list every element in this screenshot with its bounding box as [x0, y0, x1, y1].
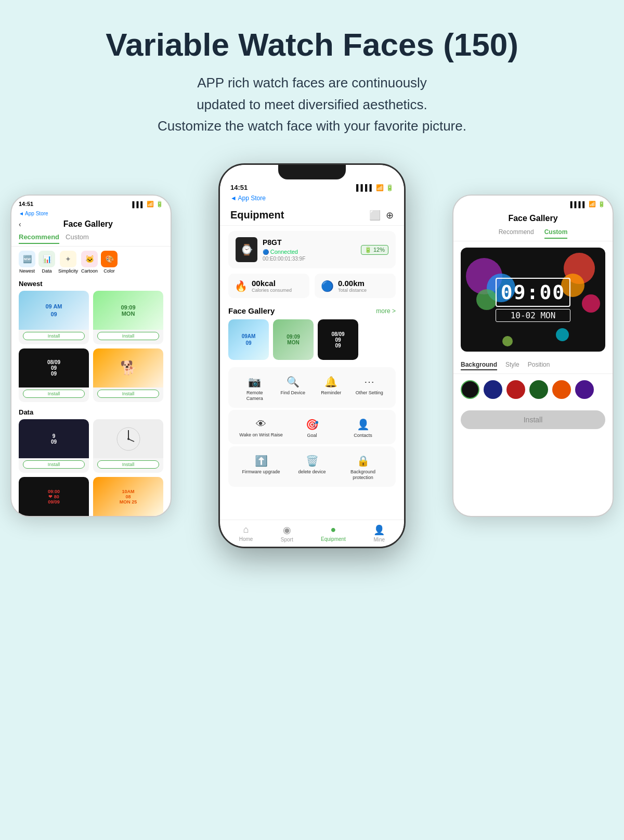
- home-icon: ⌂: [243, 524, 249, 535]
- distance-label: Total distance: [338, 288, 367, 293]
- menu-contacts[interactable]: 👤 Contacts: [339, 413, 387, 442]
- style-tab-style[interactable]: Style: [505, 361, 519, 370]
- right-install-button[interactable]: Install: [461, 410, 605, 429]
- page-subtitle: APP rich watch faces are continuously up…: [52, 72, 572, 137]
- calories-info: 00kcal Calories consumed: [252, 279, 292, 293]
- watch-face-img-5: 909: [19, 419, 89, 458]
- cat-newest[interactable]: 🆕 Newest: [19, 251, 35, 274]
- left-phone-categories: 🆕 Newest 📊 Data ✦ Simplicity 🐱 Cartoon 🎨…: [11, 247, 171, 278]
- watch-date-display: 10-02 MON: [496, 309, 570, 322]
- rp-tab-recommend[interactable]: Recommend: [499, 228, 534, 239]
- face-gallery-section-title: Face Gallery: [228, 306, 275, 315]
- install-button-2[interactable]: Install: [97, 332, 159, 340]
- cat-color[interactable]: 🎨 Color: [101, 251, 118, 274]
- steps-icon: 🔵: [321, 280, 334, 292]
- swatch-black[interactable]: [461, 380, 479, 399]
- reminder-label: Reminder: [321, 390, 341, 396]
- nav-home[interactable]: ⌂ Home: [239, 524, 253, 542]
- style-tab-position[interactable]: Position: [528, 361, 550, 370]
- menu-goal[interactable]: 🎯 Goal: [288, 413, 336, 442]
- cat-cartoon[interactable]: 🐱 Cartoon: [81, 251, 98, 274]
- swatch-purple[interactable]: [575, 380, 594, 399]
- face-thumb-2[interactable]: 09:09MON: [273, 319, 314, 360]
- menu-wake-wrist[interactable]: 👁 Wake on Wrist Raise: [237, 413, 285, 442]
- wake-wrist-label: Wake on Wrist Raise: [239, 432, 283, 438]
- left-phone-appstore[interactable]: ◄ App Store: [11, 210, 171, 217]
- firmware-icon: ⬆️: [255, 455, 268, 467]
- nav-sport-label: Sport: [281, 537, 293, 542]
- calories-label: Calories consumed: [252, 288, 292, 293]
- watch-digital-display: 09:00 10-02 MON: [496, 278, 570, 322]
- search-icon: 🔍: [287, 376, 300, 388]
- nav-equipment[interactable]: ● Equipment: [321, 524, 346, 542]
- tab-recommend[interactable]: Recommend: [19, 233, 59, 244]
- menu-remote-camera[interactable]: 📷 Remote Camera: [237, 370, 273, 405]
- back-icon[interactable]: ‹: [19, 220, 21, 228]
- battery-badge: 🔋 12%: [361, 245, 388, 255]
- swatch-navy[interactable]: [484, 380, 502, 399]
- install-button-5[interactable]: Install: [23, 460, 85, 469]
- watch-face-img-8: 10AM08MON 25: [93, 477, 163, 516]
- menu-bg-protection[interactable]: 🔒 Background protection: [339, 449, 387, 484]
- face-thumb-3[interactable]: 08/090909: [318, 319, 358, 360]
- left-phone-navbar: ‹ Face Gallery: [11, 217, 171, 231]
- menu-find-device[interactable]: 🔍 Find Device: [275, 370, 311, 405]
- right-phone-statusbar: ▌▌▌▌ 📶 🔋: [453, 196, 613, 210]
- menu-other-setting[interactable]: ⋯ Other Setting: [352, 370, 388, 405]
- cat-simplicity[interactable]: ✦ Simplicity: [58, 251, 78, 274]
- install-button-1[interactable]: Install: [23, 332, 85, 340]
- wifi-icon: 📶: [376, 184, 384, 191]
- bubble-cyan: [556, 328, 569, 341]
- bell-icon: 🔔: [324, 376, 337, 388]
- contacts-icon: 👤: [357, 418, 370, 431]
- install-button-3[interactable]: Install: [23, 390, 85, 398]
- watch-time-display: 09:00: [496, 278, 570, 307]
- equipment-title: Equipment: [230, 209, 284, 221]
- right-face-gallery-title: Face Gallery: [453, 210, 613, 226]
- device-name: P8GT: [263, 238, 305, 247]
- tab-custom[interactable]: Custom: [66, 233, 89, 244]
- swatch-orange[interactable]: [552, 380, 571, 399]
- install-button-4[interactable]: Install: [97, 390, 159, 398]
- right-style-tabs: Background Style Position: [453, 358, 613, 374]
- nav-sport[interactable]: ◉ Sport: [281, 524, 293, 542]
- battery-icon: 🔋: [156, 201, 163, 208]
- contacts-label: Contacts: [354, 433, 372, 438]
- center-appstore-nav[interactable]: ◄ App Store: [220, 193, 404, 205]
- nav-mine[interactable]: 👤 Mine: [373, 524, 385, 542]
- fullscreen-icon[interactable]: ⬜: [369, 210, 381, 221]
- calories-value: 00kcal: [252, 279, 292, 288]
- watch-card-8: 10AM08MON 25 Install: [93, 477, 163, 517]
- add-icon[interactable]: ⊕: [386, 210, 394, 221]
- face-thumb-1[interactable]: 09AM09: [228, 319, 269, 360]
- equipment-icons: ⬜ ⊕: [369, 210, 394, 221]
- nav-equipment-label: Equipment: [321, 536, 346, 542]
- stats-row: 🔥 00kcal Calories consumed 🔵 0.00km Tota…: [228, 274, 396, 298]
- left-phone-time: 14:51: [19, 201, 33, 208]
- camera-label: Remote Camera: [239, 390, 271, 402]
- battery-icon-right: 🔋: [598, 201, 605, 208]
- face-gallery-more[interactable]: more >: [376, 307, 396, 315]
- bubble-pink: [582, 294, 600, 313]
- camera-icon: 📷: [248, 376, 261, 388]
- watch-card-7: 09:00❤ 8009/09 Install: [19, 477, 89, 517]
- install-button-6[interactable]: Install: [97, 460, 159, 469]
- section-newest: Newest: [11, 278, 171, 291]
- swatch-green[interactable]: [529, 380, 548, 399]
- swatch-red[interactable]: [506, 380, 525, 399]
- cat-data[interactable]: 📊 Data: [38, 251, 55, 274]
- menu-reminder[interactable]: 🔔 Reminder: [313, 370, 349, 405]
- menu-delete-device[interactable]: 🗑️ delete device: [288, 449, 336, 484]
- watch-card-3: 08/090909 Install: [19, 348, 89, 402]
- menu-grid-2: 👁 Wake on Wrist Raise 🎯 Goal 👤 Contacts: [228, 410, 396, 445]
- style-tab-background[interactable]: Background: [461, 361, 497, 370]
- face-gallery-row: 09AM09 09:09MON 08/090909: [220, 317, 404, 365]
- newest-grid: 09 AM09 Install 09:09MON Install 08/0909…: [11, 291, 171, 402]
- rp-tab-custom[interactable]: Custom: [544, 228, 568, 239]
- device-card: ⌚ P8GT 🔵 Connected 00:E0:00:01:33:9F 🔋 1…: [228, 231, 396, 268]
- delete-device-label: delete device: [298, 469, 326, 475]
- nav-mine-label: Mine: [373, 537, 385, 542]
- fire-icon: 🔥: [235, 280, 248, 292]
- watch-face-img-2: 09:09MON: [93, 291, 163, 330]
- menu-firmware[interactable]: ⬆️ Firmware upgrade: [237, 449, 285, 484]
